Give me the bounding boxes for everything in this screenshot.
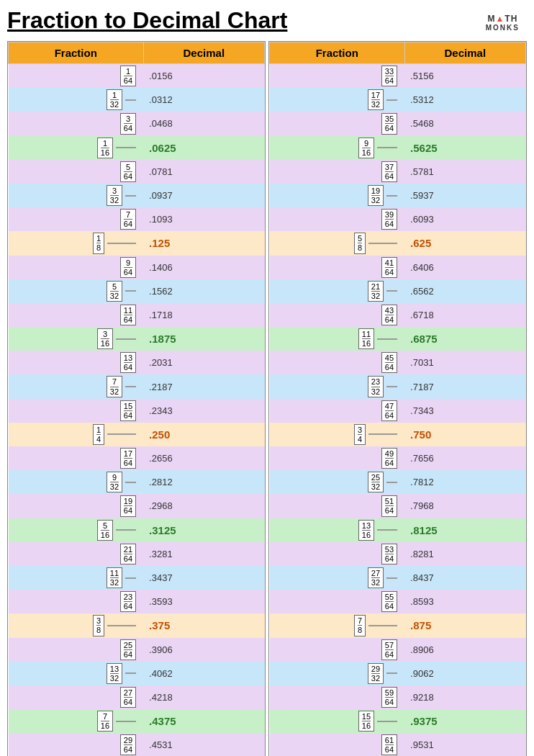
fraction-cell: 3 8	[9, 613, 144, 637]
fraction-cell: 9 16	[270, 136, 405, 160]
fraction-cell: 1 32	[9, 88, 144, 112]
table-row: 41 64 .6406	[270, 256, 526, 279]
decimal-cell: .0937	[143, 184, 264, 207]
table-row: 15 16 .9375	[270, 709, 526, 733]
decimal-cell: .7031	[404, 351, 525, 374]
decimal-cell: .1718	[143, 303, 264, 327]
fraction-cell: 23 32	[270, 374, 405, 398]
fraction-cell: 21 64	[9, 542, 144, 566]
fraction-cell: 39 64	[270, 207, 405, 231]
fraction-cell: 57 64	[270, 638, 405, 662]
decimal-cell: .7187	[404, 374, 525, 398]
table-row: 15 64 .2343	[9, 399, 265, 423]
table-row: 29 32 .9062	[270, 662, 526, 685]
decimal-cell: .7343	[404, 399, 525, 423]
decimal-cell: .0625	[143, 136, 264, 160]
fraction-cell: 55 64	[270, 590, 405, 613]
table-row: 21 32 .6562	[270, 279, 526, 303]
fraction-cell: 15 64	[9, 399, 144, 423]
decimal-cell: .9062	[404, 662, 525, 685]
table-row: 7 8 .875	[270, 613, 526, 637]
fraction-cell: 7 16	[9, 709, 144, 733]
decimal-cell: .6406	[404, 256, 525, 279]
fraction-cell: 1 16	[9, 136, 144, 160]
fraction-cell: 59 64	[270, 685, 405, 709]
table-row: 5 32 .1562	[9, 279, 265, 303]
decimal-cell: .8906	[404, 638, 525, 662]
decimal-cell: .750	[404, 423, 525, 446]
decimal-cell: .3281	[143, 542, 264, 566]
fraction-cell: 51 64	[270, 494, 405, 518]
decimal-cell: .2968	[143, 494, 264, 518]
fraction-cell: 47 64	[270, 399, 405, 423]
decimal-cell: .1406	[143, 256, 264, 279]
table-row: 1 8 .125	[9, 231, 265, 255]
table-row: 3 64 .0468	[9, 112, 265, 135]
decimal-cell: .6718	[404, 303, 525, 327]
decimal-cell: .6875	[404, 327, 525, 351]
decimal-cell: .3593	[143, 590, 264, 613]
fraction-cell: 13 16	[270, 518, 405, 542]
table-row: 1 64 .0156	[9, 64, 265, 89]
fraction-cell: 45 64	[270, 351, 405, 374]
decimal-cell: .9531	[404, 733, 525, 756]
table-row: 13 32 .4062	[9, 662, 265, 685]
fraction-cell: 7 32	[9, 374, 144, 398]
table-row: 17 32 .5312	[270, 88, 526, 112]
fraction-cell: 11 32	[9, 566, 144, 590]
table-row: 3 16 .1875	[9, 327, 265, 351]
decimal-cell: .7812	[404, 470, 525, 494]
decimal-cell: .250	[143, 423, 264, 446]
decimal-cell: .8437	[404, 566, 525, 590]
decimal-cell: .0312	[143, 88, 264, 112]
decimal-cell: .625	[404, 231, 525, 255]
decimal-cell: .5781	[404, 160, 525, 184]
table-row: 5 16 .3125	[9, 518, 265, 542]
fraction-cell: 11 64	[9, 303, 144, 327]
table-row: 11 64 .1718	[9, 303, 265, 327]
decimal-cell: .2031	[143, 351, 264, 374]
fraction-cell: 13 32	[9, 662, 144, 685]
table-row: 27 64 .4218	[9, 685, 265, 709]
right-fraction-header: Fraction	[270, 42, 405, 64]
fraction-cell: 23 64	[9, 590, 144, 613]
fraction-cell: 5 32	[9, 279, 144, 303]
fraction-cell: 37 64	[270, 160, 405, 184]
decimal-cell: .5468	[404, 112, 525, 135]
decimal-cell: .8125	[404, 518, 525, 542]
table-row: 23 32 .7187	[270, 374, 526, 398]
table-row: 53 64 .8281	[270, 542, 526, 566]
chart-container: Fraction Decimal 1 64 .0156 1 32 .0312 3…	[7, 41, 527, 756]
decimal-cell: .8281	[404, 542, 525, 566]
fraction-cell: 3 16	[9, 327, 144, 351]
fraction-cell: 21 32	[270, 279, 405, 303]
fraction-cell: 1 4	[9, 423, 144, 446]
table-row: 9 64 .1406	[9, 256, 265, 279]
table-row: 1 32 .0312	[9, 88, 265, 112]
decimal-cell: .5625	[404, 136, 525, 160]
fraction-cell: 29 32	[270, 662, 405, 685]
fraction-cell: 17 64	[9, 446, 144, 470]
fraction-cell: 43 64	[270, 303, 405, 327]
decimal-cell: .5937	[404, 184, 525, 207]
right-table: Fraction Decimal 33 64 .5156 17 32 .5312…	[268, 41, 527, 756]
fraction-cell: 3 4	[270, 423, 405, 446]
table-row: 43 64 .6718	[270, 303, 526, 327]
table-row: 3 8 .375	[9, 613, 265, 637]
fraction-cell: 35 64	[270, 112, 405, 135]
decimal-cell: .1562	[143, 279, 264, 303]
fraction-cell: 11 16	[270, 327, 405, 351]
fraction-cell: 7 8	[270, 613, 405, 637]
table-row: 37 64 .5781	[270, 160, 526, 184]
table-row: 23 64 .3593	[9, 590, 265, 613]
fraction-cell: 17 32	[270, 88, 405, 112]
table-row: 61 64 .9531	[270, 733, 526, 756]
fraction-cell: 25 32	[270, 470, 405, 494]
left-decimal-header: Decimal	[143, 42, 264, 64]
table-row: 7 16 .4375	[9, 709, 265, 733]
decimal-cell: .0781	[143, 160, 264, 184]
table-row: 29 64 .4531	[9, 733, 265, 756]
table-row: 55 64 .8593	[270, 590, 526, 613]
table-row: 19 64 .2968	[9, 494, 265, 518]
table-row: 7 32 .2187	[9, 374, 265, 398]
